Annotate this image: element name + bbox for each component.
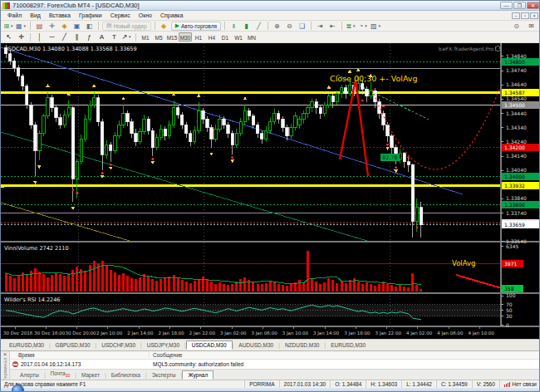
start-orb[interactable] bbox=[12, 385, 24, 392]
autotrading-button[interactable]: ▶Авто-торговля bbox=[171, 22, 221, 31]
zoom-out-icon[interactable]: ⊖ bbox=[284, 22, 295, 31]
svg-text:100: 100 bbox=[506, 292, 516, 298]
child-window-controls: ‒ ▫ × bbox=[512, 12, 540, 19]
chart-tab-USDCHF,M30[interactable]: USDCHF,M30 bbox=[96, 341, 140, 349]
chart-tab-EURUSD,M30[interactable]: EURUSD,M30 bbox=[326, 341, 371, 349]
chart-tab-USDJPY,M30[interactable]: USDJPY,M30 bbox=[142, 341, 184, 349]
timeframe-H4[interactable]: H4 bbox=[205, 32, 218, 42]
label-tool-icon[interactable]: T bbox=[109, 32, 120, 42]
svg-text:1.34840: 1.34840 bbox=[506, 53, 527, 59]
svg-text:2 Jan 18:00: 2 Jan 18:00 bbox=[159, 331, 185, 336]
terminal-close-icon[interactable]: × bbox=[3, 351, 7, 357]
chart-tab-AUDUSD,M30[interactable]: AUDUSD,M30 bbox=[233, 341, 278, 349]
profiles-icon[interactable]: ▦▼ bbox=[16, 22, 27, 31]
timeframe-M1[interactable]: M1 bbox=[139, 32, 152, 42]
status-bar: Для вызова справки нажмите F1 PORRIMA201… bbox=[1, 380, 540, 388]
horizontal-line-tool-icon[interactable]: ─ bbox=[47, 32, 57, 42]
terminal-tab-Маркет[interactable]: Маркет bbox=[76, 371, 105, 379]
status-cell-2: O: 1.34484 bbox=[330, 380, 366, 388]
templates-icon[interactable]: ▨▼ bbox=[371, 22, 381, 31]
menu-Справка[interactable]: Справка bbox=[156, 12, 187, 18]
terminal-tab-Алерты[interactable]: Алерты bbox=[15, 371, 44, 379]
chart-area: USDCAD,M30 1.34080 1.34088 1.33568 1.336… bbox=[1, 43, 540, 339]
journal-row[interactable]: 2017.01.04 16:12:14.173 MQL5.community: … bbox=[10, 360, 540, 369]
child-restore-button[interactable]: ▫ bbox=[521, 12, 529, 19]
data-window-icon[interactable]: ✛ bbox=[47, 22, 57, 31]
menu-Вставка[interactable]: Вставка bbox=[45, 12, 75, 18]
menu-bar: ФайлВидВставкаГрафикиСервисОкноСправка ‒… bbox=[1, 11, 540, 21]
minimize-button[interactable]: — bbox=[500, 2, 513, 9]
vertical-line-tool-icon[interactable]: │ bbox=[34, 32, 45, 42]
svg-text:3971: 3971 bbox=[504, 261, 517, 267]
terminal-tab-Эксперты[interactable]: Эксперты bbox=[147, 371, 181, 379]
svg-text:1.33932: 1.33932 bbox=[504, 183, 525, 189]
column-time[interactable]: Время bbox=[10, 352, 150, 358]
svg-text:1.33659: 1.33659 bbox=[504, 222, 525, 228]
timeframe-M5[interactable]: M5 bbox=[152, 32, 165, 42]
column-message[interactable]: Сообщение bbox=[150, 352, 540, 358]
timeframe-D1[interactable]: D1 bbox=[218, 32, 232, 42]
svg-text:30: 30 bbox=[506, 313, 513, 319]
feedback-icon[interactable]: ✉ bbox=[526, 22, 537, 31]
navigator-icon[interactable]: ◈ bbox=[59, 22, 70, 31]
svg-text:3 Jan 06:00: 3 Jan 06:00 bbox=[251, 331, 277, 336]
timeframe-H1[interactable]: H1 bbox=[192, 32, 205, 42]
menu-Окно[interactable]: Окно bbox=[135, 12, 156, 18]
svg-text:3 Jan 18:00: 3 Jan 18:00 bbox=[344, 331, 371, 336]
zoom-in-icon[interactable]: ⊕ bbox=[272, 22, 282, 31]
menu-Файл[interactable]: Файл bbox=[3, 12, 26, 18]
timeframe-MN[interactable]: MN bbox=[245, 32, 258, 42]
text-tool-icon[interactable]: A bbox=[96, 32, 107, 42]
auto-scroll-icon[interactable]: ⇥ bbox=[315, 22, 326, 31]
terminal-toggle-icon[interactable]: ▣ bbox=[71, 22, 82, 31]
strategy-tester-icon[interactable]: ◧ bbox=[84, 22, 95, 31]
child-minimize-button[interactable]: ‒ bbox=[512, 12, 520, 19]
terminal-tab-Библиотека[interactable]: Библиотека bbox=[106, 371, 145, 379]
cursor-tool-icon[interactable]: ↖ bbox=[3, 32, 14, 42]
toolbar-separator bbox=[135, 33, 136, 42]
maximize-button[interactable]: ❐ bbox=[513, 2, 526, 9]
bar-chart-icon[interactable]: ‖ bbox=[228, 22, 239, 31]
chart-tab-EURUSD,M30[interactable]: EURUSD,M30 bbox=[4, 341, 49, 349]
periods-icon[interactable]: ◔▼ bbox=[358, 22, 369, 31]
timeframe-M15[interactable]: M15 bbox=[165, 32, 179, 42]
terminal-tab-Почта[interactable]: Почта30 bbox=[46, 370, 76, 379]
toolbar-line-studies: ↖✛│─╱∥ƒAT↗▼M1M5M15M30H1H4D1W1MN bbox=[1, 32, 540, 43]
channel-tool-icon[interactable]: ∥ bbox=[71, 32, 82, 42]
status-cell-1: 2017.01.03 14:30 bbox=[279, 380, 331, 388]
tile-windows-icon[interactable]: ❏ bbox=[297, 22, 307, 31]
new-order-button[interactable]: ▤Новый ордер bbox=[102, 22, 151, 31]
chart-canvas[interactable]: USDCAD,M30 1.34080 1.34088 1.33568 1.336… bbox=[1, 43, 540, 339]
new-chart-icon[interactable]: ⊞▼ bbox=[3, 22, 14, 31]
trendline-tool-icon[interactable]: ╱ bbox=[59, 32, 70, 42]
menu-Сервис[interactable]: Сервис bbox=[106, 12, 135, 18]
svg-text:2 Jan 14:00: 2 Jan 14:00 bbox=[127, 331, 154, 336]
terminal-tab-Журнал[interactable]: Журнал bbox=[182, 370, 214, 380]
crosshair-tool-icon[interactable]: ✛ bbox=[16, 32, 27, 42]
search-icon[interactable]: ⊙ bbox=[511, 22, 522, 31]
close-button[interactable]: ✕ bbox=[527, 2, 539, 9]
toolbar-separator bbox=[30, 33, 31, 42]
menu-Графики[interactable]: Графики bbox=[75, 12, 106, 18]
menu-Вид[interactable]: Вид bbox=[26, 12, 45, 18]
line-chart-icon[interactable]: ╱ bbox=[253, 22, 264, 31]
chart-shift-icon[interactable]: ⇤ bbox=[327, 22, 338, 31]
terminal-panel: × Терминал Время Сообщение 2017.01.04 16… bbox=[1, 350, 540, 380]
chart-tab-NZDUSD,M30[interactable]: NZDUSD,M30 bbox=[280, 341, 325, 349]
shapes-tool-icon[interactable]: ↗▼ bbox=[121, 32, 132, 42]
child-close-button[interactable]: × bbox=[530, 12, 538, 19]
metaeditor-icon[interactable]: ◆ bbox=[159, 22, 169, 31]
timeframe-M30[interactable]: M30 bbox=[179, 32, 192, 42]
app-icon bbox=[2, 2, 10, 9]
timeframe-W1[interactable]: W1 bbox=[232, 32, 245, 42]
svg-text:VolAvg: VolAvg bbox=[452, 259, 475, 267]
fibonacci-tool-icon[interactable]: ƒ bbox=[84, 32, 95, 42]
indicators-icon[interactable]: ≣▼ bbox=[346, 22, 356, 31]
market-watch-icon[interactable]: ▤ bbox=[34, 22, 45, 31]
svg-text:4 Jan 06:00: 4 Jan 06:00 bbox=[437, 331, 464, 336]
candlestick-chart-icon[interactable]: ▮ bbox=[241, 22, 252, 31]
title-bar[interactable]: 710008297: ForexClub MT4 - [USDCAD,M30] … bbox=[1, 1, 540, 11]
chart-tab-USDCAD,M30[interactable]: USDCAD,M30 bbox=[186, 341, 233, 350]
terminal-tab-bar: Алерты|Почта30|Маркет|Библиотека|Эксперт… bbox=[10, 369, 540, 380]
chart-tab-GBPUSD,M30[interactable]: GBPUSD,M30 bbox=[51, 341, 96, 349]
